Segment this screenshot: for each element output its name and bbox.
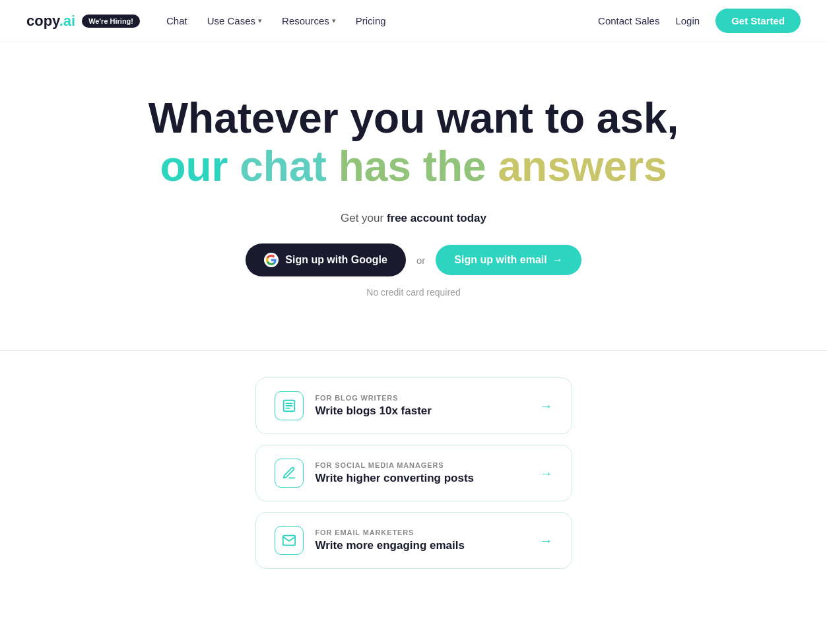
feature-card-blog-title: Write blogs 10x faster bbox=[315, 404, 432, 418]
feature-card-social-arrow-icon: → bbox=[540, 466, 553, 481]
logo: copy.ai bbox=[26, 13, 75, 30]
feature-card-blog-arrow-icon: → bbox=[540, 399, 553, 414]
nav-links: Chat Use Cases ▾ Resources ▾ Pricing bbox=[166, 15, 598, 26]
hero-word-our: our bbox=[160, 143, 240, 190]
feature-card-blog-left: FOR BLOG WRITERS Write blogs 10x faster bbox=[275, 391, 432, 420]
feature-card-email-title: Write more engaging emails bbox=[315, 539, 465, 552]
feature-card-social-left: FOR SOCIAL MEDIA MANAGERS Write higher c… bbox=[275, 459, 475, 488]
signup-email-button[interactable]: Sign up with email → bbox=[436, 245, 581, 275]
feature-card-social[interactable]: FOR SOCIAL MEDIA MANAGERS Write higher c… bbox=[255, 445, 572, 501]
navbar: copy.ai We're Hiring! Chat Use Cases ▾ R… bbox=[0, 0, 827, 42]
nav-link-pricing[interactable]: Pricing bbox=[356, 15, 386, 26]
resources-chevron-icon: ▾ bbox=[332, 16, 336, 25]
google-icon bbox=[264, 253, 279, 267]
feature-card-social-label: FOR SOCIAL MEDIA MANAGERS bbox=[315, 461, 475, 469]
hero-word-chat: chat bbox=[240, 143, 338, 190]
signup-google-button[interactable]: Sign up with Google bbox=[246, 243, 406, 276]
feature-card-email-label: FOR EMAIL MARKETERS bbox=[315, 529, 465, 536]
feature-card-email-arrow-icon: → bbox=[540, 533, 553, 548]
feature-card-blog-text: FOR BLOG WRITERS Write blogs 10x faster bbox=[315, 394, 432, 418]
nav-link-chat[interactable]: Chat bbox=[166, 15, 187, 26]
arrow-icon: → bbox=[552, 254, 563, 266]
feature-card-email[interactable]: FOR EMAIL MARKETERS Write more engaging … bbox=[255, 512, 572, 569]
get-started-button[interactable]: Get Started bbox=[715, 9, 801, 33]
hiring-badge[interactable]: We're Hiring! bbox=[82, 15, 140, 28]
hero-word-has: has the bbox=[339, 143, 498, 190]
login-link[interactable]: Login bbox=[675, 15, 700, 26]
nav-link-use-cases[interactable]: Use Cases ▾ bbox=[207, 15, 262, 26]
or-divider: or bbox=[416, 255, 425, 266]
email-icon bbox=[275, 526, 304, 555]
hero-title-line2: our chat has the answers bbox=[26, 141, 801, 192]
feature-card-social-title: Write higher converting posts bbox=[315, 472, 475, 485]
feature-card-blog[interactable]: FOR BLOG WRITERS Write blogs 10x faster … bbox=[255, 377, 572, 434]
social-icon bbox=[275, 459, 304, 488]
hero-section: Whatever you want to ask, our chat has t… bbox=[0, 42, 827, 337]
nav-link-resources[interactable]: Resources ▾ bbox=[282, 15, 336, 26]
blog-icon bbox=[275, 391, 304, 420]
feature-card-email-left: FOR EMAIL MARKETERS Write more engaging … bbox=[275, 526, 465, 555]
use-cases-chevron-icon: ▾ bbox=[258, 16, 262, 25]
feature-cards-section: FOR BLOG WRITERS Write blogs 10x faster … bbox=[0, 364, 827, 608]
hero-subtext-bold: free account today bbox=[387, 212, 486, 224]
contact-sales-link[interactable]: Contact Sales bbox=[598, 15, 659, 26]
no-credit-card-text: No credit card required bbox=[26, 287, 801, 298]
hero-word-answers: answers bbox=[498, 143, 667, 190]
hero-subtext: Get your free account today bbox=[26, 212, 801, 225]
section-divider bbox=[0, 350, 827, 351]
logo-area: copy.ai We're Hiring! bbox=[26, 13, 140, 30]
feature-card-social-text: FOR SOCIAL MEDIA MANAGERS Write higher c… bbox=[315, 461, 475, 485]
nav-right: Contact Sales Login Get Started bbox=[598, 9, 801, 33]
feature-card-blog-label: FOR BLOG WRITERS bbox=[315, 394, 432, 402]
feature-card-email-text: FOR EMAIL MARKETERS Write more engaging … bbox=[315, 529, 465, 552]
cta-row: Sign up with Google or Sign up with emai… bbox=[26, 243, 801, 276]
hero-title-line1: Whatever you want to ask, bbox=[26, 95, 801, 141]
